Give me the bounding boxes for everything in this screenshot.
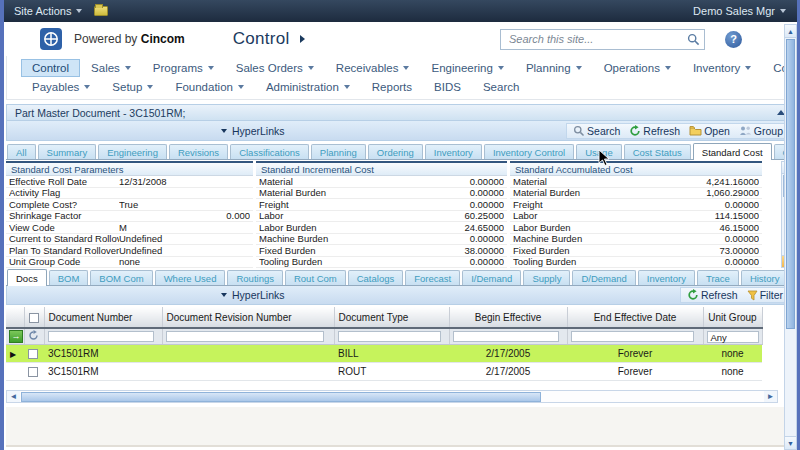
tab-summary[interactable]: Summary <box>38 144 97 159</box>
tab-classifications[interactable]: Classifications <box>230 144 309 159</box>
filter-button[interactable]: Filter <box>747 289 783 301</box>
refresh-button[interactable]: Refresh <box>687 289 738 301</box>
table-row[interactable]: 3C1501RMROUT2/17/2005Forevernone <box>6 363 762 381</box>
search-icon[interactable] <box>687 33 700 46</box>
menu-item-sales[interactable]: Sales <box>80 59 142 77</box>
menu-item-receivables[interactable]: Receivables <box>325 59 421 77</box>
column-header-end-effective-date[interactable]: End Effective Date <box>567 307 703 328</box>
tab-engineering[interactable]: Engineering <box>98 144 167 159</box>
tab-where-used[interactable]: Where Used <box>155 270 226 285</box>
scrollbar-thumb[interactable] <box>786 39 795 329</box>
tab-rout-com[interactable]: Rout Com <box>285 270 346 285</box>
tab-bom-com[interactable]: BOM Com <box>90 270 152 285</box>
grid-header-row: Document NumberDocument Revision NumberD… <box>6 307 762 328</box>
tab-cost-status[interactable]: Cost Status <box>624 144 691 159</box>
menu-item-administration[interactable]: Administration <box>255 78 361 96</box>
hyperlinks-toggle[interactable]: HyperLinks <box>221 125 285 137</box>
filter-input-begin-effective[interactable] <box>453 331 560 342</box>
menu-item-engineering[interactable]: Engineering <box>420 59 514 77</box>
menu-item-payables[interactable]: Payables <box>21 78 101 96</box>
tab-i-demand[interactable]: I/Demand <box>462 270 521 285</box>
menu-item-label: Receivables <box>336 62 399 74</box>
column-header-begin-effective[interactable]: Begin Effective <box>449 307 567 328</box>
apply-filter-button[interactable]: → <box>9 330 23 343</box>
menu-item-reports[interactable]: Reports <box>361 78 423 96</box>
field-row: View CodeM <box>6 222 253 234</box>
clear-filter-icon[interactable] <box>28 330 39 341</box>
page-left-border <box>0 0 4 450</box>
tab-ordering[interactable]: Ordering <box>368 144 423 159</box>
site-actions-menu[interactable]: Site Actions <box>14 5 108 17</box>
row-checkbox[interactable] <box>28 367 38 377</box>
part-master-document-bar[interactable]: Part Master Document - 3C1501RM; <box>6 104 794 121</box>
field-row: Material Burden0.00000 <box>256 188 507 200</box>
open-button[interactable]: Open <box>689 125 730 137</box>
tab-standard-cost[interactable]: Standard Cost <box>693 143 772 160</box>
row-selector-cell[interactable] <box>6 363 24 381</box>
tab-inventory-control[interactable]: Inventory Control <box>484 144 574 159</box>
user-menu[interactable]: Demo Sales Mgr <box>693 5 786 17</box>
menu-item-setup[interactable]: Setup <box>101 78 164 96</box>
site-header: Powered by Cincom Control ? <box>0 22 800 56</box>
scroll-up-icon[interactable]: ▲ <box>785 25 796 38</box>
row-checkbox[interactable] <box>28 349 38 359</box>
edit-page-folder-icon[interactable] <box>94 6 108 16</box>
tab-planning[interactable]: Planning <box>311 144 366 159</box>
tab-usage[interactable]: Usage <box>576 144 621 159</box>
filter-cell-document-revision-number <box>162 328 334 345</box>
filter-input-document-revision-number[interactable] <box>166 331 324 342</box>
refresh-button[interactable]: Refresh <box>629 125 680 137</box>
field-value: 24.65000 <box>369 222 504 233</box>
menu-item-inventory[interactable]: Inventory <box>682 59 762 77</box>
hyperlinks-toggle[interactable]: HyperLinks <box>221 289 285 301</box>
menu-item-planning[interactable]: Planning <box>515 59 593 77</box>
button-label: Search <box>587 125 620 137</box>
column-header-document-type[interactable]: Document Type <box>334 307 449 328</box>
filter-input-end-effective-date[interactable] <box>571 331 695 342</box>
scroll-down-icon[interactable]: ▼ <box>785 436 796 449</box>
search-input[interactable] <box>507 32 687 46</box>
page-scrollbar[interactable]: ▲ ▼ <box>784 24 797 450</box>
scroll-left-icon[interactable]: ◄ <box>7 391 20 402</box>
tab-bom[interactable]: BOM <box>49 270 89 285</box>
horizontal-scrollbar[interactable]: ◄ ► <box>6 390 778 403</box>
tab-routings[interactable]: Routings <box>227 270 283 285</box>
menu-item-sales-orders[interactable]: Sales Orders <box>225 59 325 77</box>
tab-supply[interactable]: Supply <box>523 270 570 285</box>
menu-item-bids[interactable]: BIDS <box>423 78 472 96</box>
column-header-document-number[interactable]: Document Number <box>44 307 162 328</box>
tab-all[interactable]: All <box>7 144 36 159</box>
button-label: Open <box>704 125 730 137</box>
column-header-unit-group[interactable]: Unit Group <box>703 307 762 328</box>
menu-item-operations[interactable]: Operations <box>593 59 682 77</box>
menu-item-control[interactable]: Control <box>21 59 80 77</box>
unit-group-filter-select[interactable]: Any <box>707 331 759 343</box>
search-button[interactable]: Search <box>573 125 620 137</box>
menu-item-programs[interactable]: Programs <box>142 59 225 77</box>
help-icon[interactable]: ? <box>725 31 742 48</box>
field-value: 0.00000 <box>369 199 504 210</box>
column-header-document-revision-number[interactable]: Document Revision Number <box>162 307 334 328</box>
tab-catalogs[interactable]: Catalogs <box>348 270 404 285</box>
menu-item-search[interactable]: Search <box>472 78 530 96</box>
tab-revisions[interactable]: Revisions <box>169 144 228 159</box>
tab-docs[interactable]: Docs <box>7 269 47 286</box>
tab-history[interactable]: History <box>741 270 789 285</box>
group-button[interactable]: Group <box>739 125 783 137</box>
refresh-icon <box>629 125 641 137</box>
row-selector-cell[interactable]: ▶ <box>6 345 24 363</box>
field-label: Labor <box>259 210 369 221</box>
filter-input-document-type[interactable] <box>338 331 442 342</box>
scroll-right-icon[interactable]: ► <box>764 391 777 402</box>
tab-forecast[interactable]: Forecast <box>405 270 460 285</box>
tab-trace[interactable]: Trace <box>697 270 739 285</box>
scrollbar-thumb[interactable] <box>21 392 541 402</box>
tab-d-demand[interactable]: D/Demand <box>572 270 635 285</box>
select-all-checkbox[interactable] <box>29 313 39 323</box>
table-row[interactable]: ▶3C1501RMBILL2/17/2005Forevernone <box>6 345 762 363</box>
tab-inventory[interactable]: Inventory <box>425 144 482 159</box>
tab-inventory[interactable]: Inventory <box>638 270 695 285</box>
cell-document-revision-number <box>162 345 334 363</box>
menu-item-foundation[interactable]: Foundation <box>164 78 255 96</box>
filter-input-document-number[interactable] <box>48 331 155 342</box>
